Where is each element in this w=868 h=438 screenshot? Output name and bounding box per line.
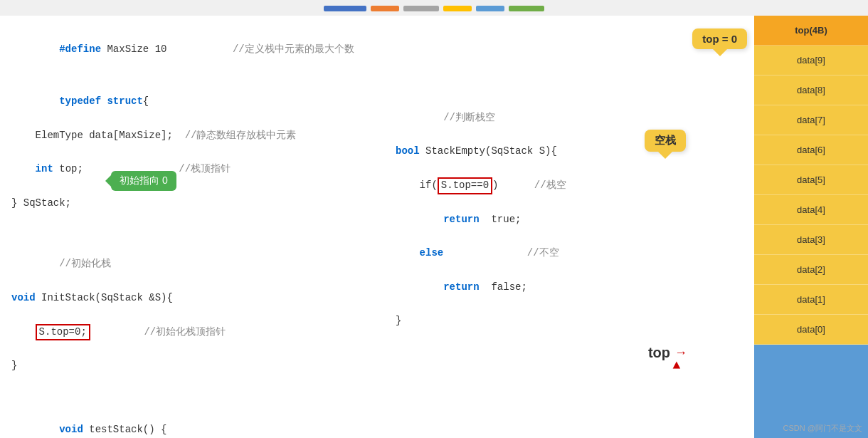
bar-seg-1 [324, 6, 366, 11]
bar-seg-3 [403, 6, 439, 11]
bar-seg-6 [509, 6, 544, 11]
bar-seg-4 [443, 6, 472, 11]
stack-cell-top: top(4B) [754, 16, 868, 46]
code-stackempty: //判断栈空 bool StackEmpty(SqStack S){ if(S.… [396, 93, 743, 347]
stack-panel: top = 0 top(4B) data[9] data[8] data[7] … [754, 16, 868, 438]
bar-seg-2 [371, 6, 399, 11]
code-area: #define MaxSize 10 //定义栈中元素的最大个数 typedef… [0, 16, 754, 438]
keyword-define: #define [59, 43, 101, 55]
stack-cell-data6: data[6] [754, 135, 868, 165]
code-initstack: //初始化栈 void InitStack(SqStack &S){ S.top… [11, 239, 381, 392]
stack-cell-data8: data[8] [754, 75, 868, 105]
tooltip-empty-stack: 空栈 [645, 130, 686, 152]
triangle-icon: ▲ [666, 358, 687, 372]
stack-cell-data0: data[0] [754, 315, 868, 345]
stack-cell-data3: data[3] [754, 225, 868, 255]
main-content: #define MaxSize 10 //定义栈中元素的最大个数 typedef… [0, 16, 868, 438]
code-teststack: void testStack() { SqStack S; //声明一个顺序栈(… [11, 405, 381, 438]
code-typedef: typedef struct{ ElemType data[MaxSize]; … [11, 76, 381, 229]
tooltip-init-zero: 初始指向 0 [111, 171, 176, 191]
stack-cell-data7: data[7] [754, 105, 868, 135]
stack-cell-data5: data[5] [754, 165, 868, 195]
stack-cell-data4: data[4] [754, 195, 868, 225]
code-right: //判断栈空 bool StackEmpty(SqStack S){ if(S.… [381, 24, 743, 429]
top-color-bar [0, 0, 868, 16]
stack-cell-data2: data[2] [754, 255, 868, 285]
tooltip-top-zero: top = 0 [692, 28, 747, 49]
bar-seg-5 [476, 6, 504, 11]
stack-cell-data9: data[9] [754, 46, 868, 75]
code-struct: #define MaxSize 10 //定义栈中元素的最大个数 [11, 24, 381, 75]
if-stop-equals-zero: S.top==0 [438, 177, 492, 194]
kw-struct: struct [107, 95, 142, 107]
stop-equals-zero-highlight: S.top=0; [36, 324, 90, 341]
stack-cell-data1: data[1] [754, 285, 868, 315]
code-left: #define MaxSize 10 //定义栈中元素的最大个数 typedef… [11, 24, 381, 429]
kw-typedef: typedef [59, 95, 101, 107]
watermark: CSDN @阿门不是文文 [783, 423, 862, 434]
